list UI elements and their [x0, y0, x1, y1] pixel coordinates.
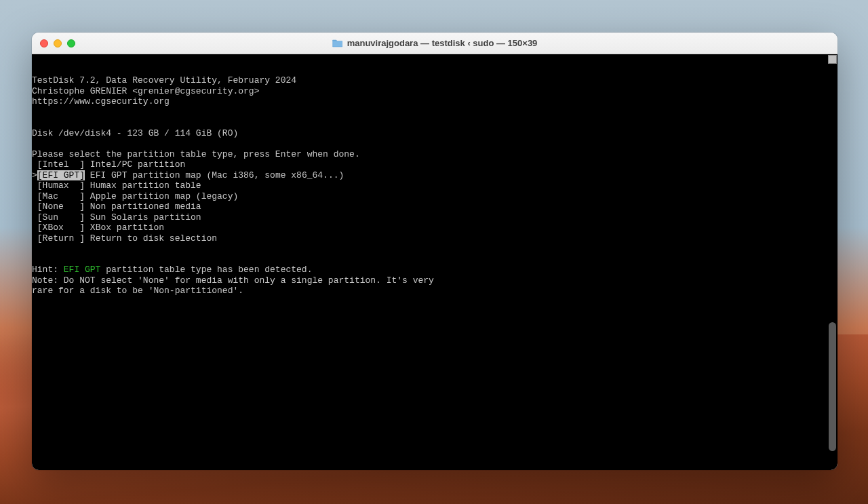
terminal-window: manuvirajgodara — testdisk ‹ sudo — 150×…: [32, 33, 837, 470]
scrollbar-track[interactable]: [827, 54, 837, 470]
maximize-button[interactable]: [67, 39, 75, 47]
website-line: https://www.cgsecurity.org: [32, 96, 170, 106]
menu-option-xbox[interactable]: [XBox ] XBox partition: [32, 222, 164, 233]
menu-option-sun[interactable]: [Sun ] Sun Solaris partition: [32, 212, 201, 222]
menu-option-none[interactable]: [None ] Non partitioned media: [32, 201, 201, 212]
note-line-2: rare for a disk to be 'Non-partitioned'.: [32, 286, 243, 296]
app-version-line: TestDisk 7.2, Data Recovery Utility, Feb…: [32, 75, 296, 85]
prompt-line: Please select the partition table type, …: [32, 149, 360, 159]
menu-option-mac[interactable]: [Mac ] Apple partition map (legacy): [32, 191, 238, 201]
detected-type: EFI GPT: [64, 265, 101, 275]
scrollbar-thumb[interactable]: [829, 322, 836, 451]
menu-option-return[interactable]: [Return ] Return to disk selection: [32, 233, 217, 244]
window-titlebar[interactable]: manuvirajgodara — testdisk ‹ sudo — 150×…: [32, 33, 837, 54]
menu-option-humax[interactable]: [Humax ] Humax partition table: [32, 180, 201, 191]
author-line: Christophe GRENIER <grenier@cgsecurity.o…: [32, 86, 259, 96]
menu-option-efi-gpt[interactable]: >[EFI GPT] EFI GPT partition map (Mac i3…: [32, 170, 344, 180]
disk-info-line: Disk /dev/disk4 - 123 GB / 114 GiB (RO): [32, 128, 238, 138]
minimize-button[interactable]: [54, 39, 62, 47]
terminal-output[interactable]: TestDisk 7.2, Data Recovery Utility, Feb…: [32, 54, 837, 470]
note-line-1: Note: Do NOT select 'None' for media wit…: [32, 275, 434, 286]
window-title-text: manuvirajgodara — testdisk ‹ sudo — 150×…: [347, 38, 538, 48]
menu-option-intel[interactable]: [Intel ] Intel/PC partition: [32, 159, 185, 170]
window-title: manuvirajgodara — testdisk ‹ sudo — 150×…: [332, 38, 538, 48]
hint-line: Hint: EFI GPT partition table type has b…: [32, 265, 312, 275]
folder-icon: [332, 39, 343, 47]
close-button[interactable]: [40, 39, 48, 47]
window-controls: [40, 39, 75, 47]
